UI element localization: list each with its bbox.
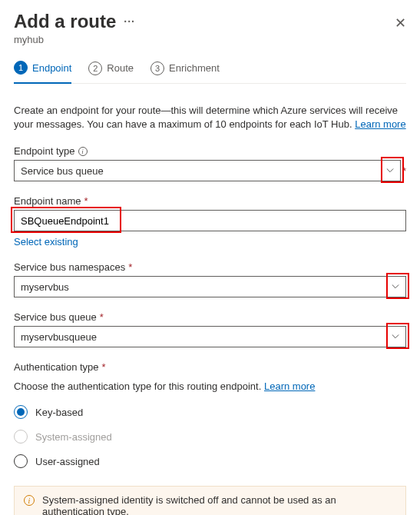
step-endpoint[interactable]: 1 Endpoint (14, 61, 71, 84)
step-num: 2 (88, 61, 102, 75)
step-num: 3 (150, 61, 164, 75)
select-existing-link[interactable]: Select existing (14, 236, 78, 248)
select-value: myservbus (21, 281, 69, 293)
step-label: Route (107, 62, 134, 74)
radio-label: System-assigned (35, 431, 112, 443)
learn-more-link[interactable]: Learn more (355, 118, 405, 130)
queue-select[interactable]: myservbusqueue (14, 326, 406, 347)
endpoint-type-label: Endpoint type (14, 145, 75, 157)
info-icon[interactable]: i (78, 147, 88, 156)
radio-label: User-assigned (35, 456, 100, 467)
step-route[interactable]: 2 Route (88, 61, 134, 83)
radio-icon (14, 454, 28, 468)
radio-label: Key-based (35, 407, 83, 418)
step-num: 1 (14, 61, 28, 75)
required-marker: * (402, 165, 406, 177)
queue-label: Service bus queue (14, 311, 97, 323)
step-enrichment[interactable]: 3 Enrichment (150, 61, 220, 83)
close-icon[interactable]: ✕ (395, 16, 406, 30)
chevron-down-icon (386, 167, 394, 174)
radio-icon (14, 405, 28, 419)
required-marker: * (100, 311, 104, 323)
warning-text: System-assigned identity is switched off… (42, 494, 396, 515)
page-title: Add a route (14, 11, 116, 32)
step-label: Enrichment (169, 62, 220, 74)
endpoint-type-select[interactable]: Service bus queue (14, 160, 401, 181)
chevron-down-icon (392, 283, 399, 291)
select-value: Service bus queue (21, 165, 104, 177)
auth-type-label: Authentication type (14, 361, 99, 373)
chevron-down-icon (392, 333, 399, 341)
required-marker: * (128, 261, 132, 273)
auth-option-user-assigned[interactable]: User-assigned (14, 449, 406, 473)
auth-learn-more-link[interactable]: Learn more (264, 380, 315, 392)
radio-icon (14, 430, 28, 444)
more-actions-icon[interactable]: ··· (124, 15, 135, 28)
namespaces-select[interactable]: myservbus (14, 276, 406, 297)
warning-icon: i (24, 495, 35, 506)
wizard-stepper: 1 Endpoint 2 Route 3 Enrichment (14, 61, 406, 84)
namespaces-label: Service bus namespaces (14, 261, 125, 273)
endpoint-name-input[interactable] (14, 210, 406, 231)
warning-message-bar: i System-assigned identity is switched o… (14, 486, 406, 515)
intro-text: Create an endpoint for your route—this w… (14, 104, 406, 131)
auth-option-system-assigned: System-assigned (14, 424, 406, 449)
auth-option-key-based[interactable]: Key-based (14, 400, 406, 424)
endpoint-name-label: Endpoint name (14, 195, 81, 207)
resource-name: myhub (14, 34, 406, 45)
step-label: Endpoint (32, 62, 71, 74)
select-value: myservbusqueue (21, 331, 97, 343)
required-marker: * (102, 361, 106, 373)
auth-help-text: Choose the authentication type for this … (14, 380, 406, 392)
required-marker: * (84, 195, 88, 207)
